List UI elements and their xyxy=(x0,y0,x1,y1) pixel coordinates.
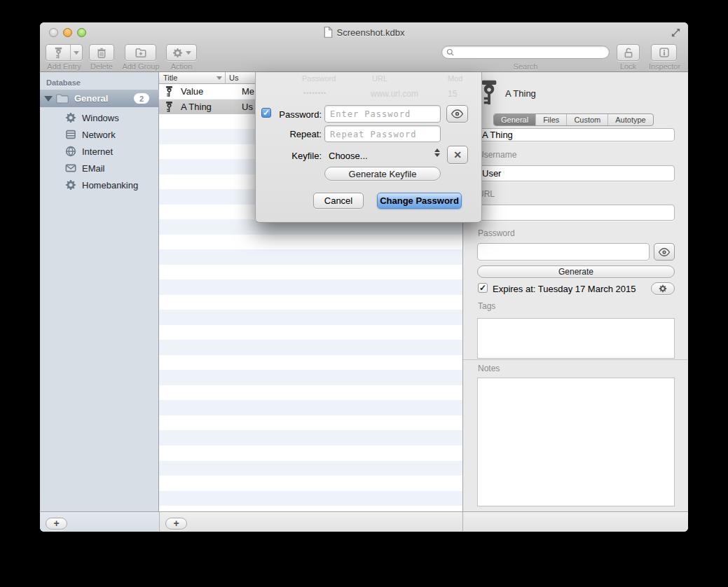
chevron-down-icon xyxy=(74,51,79,55)
server-icon xyxy=(65,129,76,140)
x-icon: ✕ xyxy=(453,149,462,160)
tags-label: Tags xyxy=(478,301,495,311)
ghost-modified-value: 15 xyxy=(448,89,457,99)
ghost-url-value: www.url.com xyxy=(371,89,418,99)
tab-files[interactable]: Files xyxy=(536,114,567,125)
column-header-username[interactable]: Us xyxy=(229,74,238,82)
gear-icon xyxy=(172,48,183,58)
inspector-label: Inspector xyxy=(645,62,684,71)
add-entry-label: Add Entry xyxy=(46,62,83,71)
sheet-repeat-label: Repeat: xyxy=(260,129,322,139)
column-divider[interactable] xyxy=(225,72,226,84)
ghost-header-password: Password xyxy=(302,74,336,83)
password-label: Password xyxy=(478,228,515,238)
globe-icon xyxy=(65,146,76,157)
inspector-entry-title: A Thing xyxy=(505,88,536,99)
key-icon xyxy=(55,47,62,59)
sidebar-item-network[interactable]: Network xyxy=(40,126,159,143)
notes-textarea[interactable] xyxy=(477,378,675,506)
add-group-plus-button[interactable]: + xyxy=(46,518,67,530)
expires-text: Expires at: Tuesday 17 March 2015 xyxy=(493,284,636,294)
table-bottom-bar: + xyxy=(159,511,462,532)
sidebar-item-homebanking[interactable]: Homebanking xyxy=(40,177,159,193)
url-field[interactable] xyxy=(477,205,675,221)
add-group-label: Add Group xyxy=(120,62,162,71)
tab-autotype[interactable]: Autotype xyxy=(608,114,652,125)
eye-icon xyxy=(658,248,671,256)
change-password-label: Change Password xyxy=(380,195,459,206)
sheet-password-input[interactable] xyxy=(324,105,441,123)
sidebar-item-windows[interactable]: Windows xyxy=(40,109,159,126)
folder-icon xyxy=(56,94,69,104)
column-header-title[interactable]: Title xyxy=(163,74,177,82)
add-entry-button[interactable] xyxy=(46,44,83,61)
trash-icon xyxy=(96,47,107,59)
delete-button[interactable] xyxy=(89,44,114,61)
document-icon xyxy=(324,27,333,38)
window-title-group: Screenshot.kdbx xyxy=(40,27,688,38)
sidebar-item-general[interactable]: General 2 xyxy=(40,90,159,107)
reveal-password-button[interactable] xyxy=(654,243,675,261)
stepper-updown-icon[interactable] xyxy=(434,149,440,157)
search-icon xyxy=(446,48,455,57)
key-icon xyxy=(165,102,173,112)
cancel-button[interactable]: Cancel xyxy=(313,193,364,209)
username-label: Username xyxy=(478,150,516,160)
sidebar-item-label: Homebanking xyxy=(82,180,138,191)
lock-open-icon xyxy=(623,47,634,59)
window-chrome: Screenshot.kdbx Add Entry Delete Add Gro… xyxy=(40,22,688,72)
generate-password-button[interactable]: Generate xyxy=(477,265,675,278)
sidebar-section-header: Database xyxy=(46,78,81,87)
ghost-password-dots: •••••••• xyxy=(303,90,327,97)
keyfile-popup-button[interactable]: Choose... xyxy=(329,151,368,161)
app-window: Screenshot.kdbx Add Entry Delete Add Gro… xyxy=(40,22,688,532)
delete-label: Delete xyxy=(83,62,120,71)
search-label: Search xyxy=(441,62,610,71)
expires-settings-button[interactable] xyxy=(651,282,675,295)
tags-textarea[interactable] xyxy=(477,318,675,359)
sidebar-item-label: Windows xyxy=(82,113,119,123)
lock-button[interactable] xyxy=(617,44,640,61)
inspector-button[interactable] xyxy=(651,44,677,61)
add-group-button[interactable] xyxy=(125,44,156,61)
action-button[interactable] xyxy=(166,44,197,61)
change-password-button[interactable]: Change Password xyxy=(377,193,462,209)
generate-keyfile-label: Generate Keyfile xyxy=(349,169,417,179)
sidebar-item-label: EMail xyxy=(82,163,105,174)
change-password-sheet: Password URL Mod •••••••• www.url.com 15… xyxy=(255,72,482,223)
tab-custom[interactable]: Custom xyxy=(567,114,608,125)
info-icon xyxy=(659,47,670,58)
password-field[interactable] xyxy=(477,243,650,261)
notes-label: Notes xyxy=(478,364,500,373)
entry-title: A Thing xyxy=(181,102,226,112)
window-title: Screenshot.kdbx xyxy=(337,27,405,38)
sheet-reveal-password-button[interactable] xyxy=(446,105,468,123)
search-input[interactable] xyxy=(441,46,610,59)
section-divider xyxy=(463,359,688,360)
screenshot-canvas: Screenshot.kdbx Add Entry Delete Add Gro… xyxy=(0,0,728,587)
disclosure-triangle-icon[interactable] xyxy=(44,96,53,102)
username-field[interactable] xyxy=(477,165,675,181)
expires-checkbox[interactable]: ✓ xyxy=(478,283,488,293)
chevron-down-icon xyxy=(186,51,191,55)
fullscreen-icon[interactable] xyxy=(671,27,681,38)
clear-keyfile-button[interactable]: ✕ xyxy=(447,146,468,164)
eye-icon xyxy=(451,109,464,118)
generate-label: Generate xyxy=(558,267,593,277)
tab-general[interactable]: General xyxy=(494,114,536,125)
inspector-tabs: General Files Custom Autotype xyxy=(493,113,654,126)
group-count-badge: 2 xyxy=(134,93,149,104)
sidebar-item-email[interactable]: EMail xyxy=(40,160,159,177)
generate-keyfile-button[interactable]: Generate Keyfile xyxy=(324,167,441,181)
gear-icon xyxy=(65,179,76,191)
action-label: Action xyxy=(166,62,197,71)
title-field[interactable] xyxy=(477,128,675,141)
key-icon xyxy=(165,86,173,97)
add-entry-plus-button[interactable]: + xyxy=(165,518,187,530)
sheet-keyfile-label: Keyfile: xyxy=(260,151,322,161)
gear-icon xyxy=(65,112,76,123)
sidebar-item-internet[interactable]: Internet xyxy=(40,143,159,160)
keyfile-value: Choose... xyxy=(329,151,368,161)
key-icon xyxy=(481,78,497,106)
sheet-repeat-input[interactable] xyxy=(324,125,441,142)
